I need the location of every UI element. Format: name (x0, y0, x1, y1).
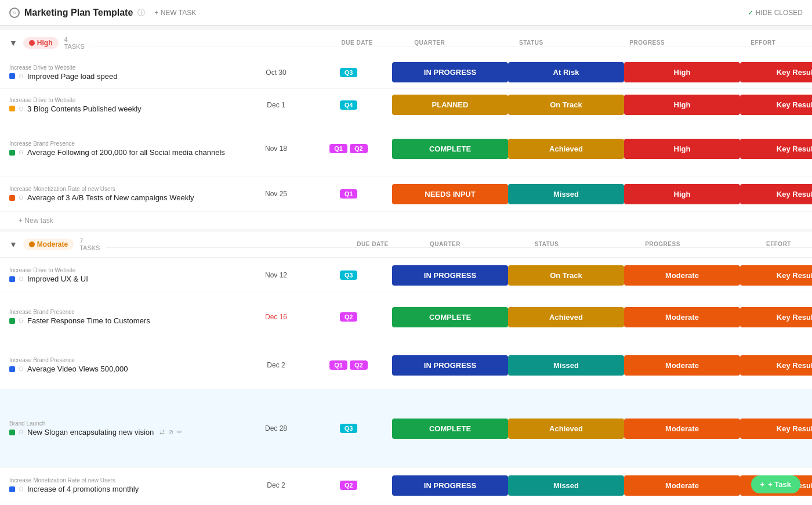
status-badge[interactable]: IN PROGRESS (392, 355, 508, 376)
quarter-cell: Q4 (305, 100, 392, 110)
quarter-tag[interactable]: Q2 (340, 481, 358, 490)
due-date: Nov 18 (247, 145, 305, 153)
task-name[interactable]: Improved Page load speed (27, 72, 117, 81)
task-category: Increase Monetization Rate of new Users (9, 477, 247, 484)
effort-cell: Moderate (624, 355, 740, 376)
progress-badge: On Track (508, 95, 624, 115)
floating-new-task[interactable]: + + Task (751, 475, 800, 493)
status-cell: IN PROGRESS (392, 475, 508, 496)
task-info: Increase Brand Presence ⚇ Faster Respons… (9, 304, 247, 330)
quarter-tag[interactable]: Q2 (340, 312, 358, 322)
task-info: Increase Brand Presence ⚇ Average Follow… (9, 136, 247, 161)
col-header-quarter: QUARTER (386, 39, 473, 46)
add-task-high[interactable]: + New task (0, 212, 812, 229)
quarter-tag[interactable]: Q4 (340, 100, 358, 110)
task-name-row: ⚇ Average of 3 A/B Tests of New campaign… (9, 193, 247, 202)
info-icon[interactable]: ⓘ (137, 8, 145, 18)
col-headers-moderate: DUE DATE QUARTER STATUS PROGRESS EFFORT … (106, 241, 812, 248)
task-name-row: ⚇ Improved Page load speed (9, 72, 247, 81)
priority-circle-moderate (29, 241, 35, 247)
link-icon: ⚇ (19, 429, 24, 435)
task-name-row: ⚇ Average Following of 200,000 for all S… (9, 148, 247, 157)
task-dot (9, 106, 15, 111)
task-name[interactable]: 3 Blog Contents Published weekly (27, 104, 142, 113)
effort-badge: Moderate (624, 419, 740, 439)
status-cell: NEEDS INPUT (392, 184, 508, 204)
task-name[interactable]: Average of 3 A/B Tests of New campaigns … (27, 193, 194, 202)
quarter-tag[interactable]: Q1 (329, 360, 347, 370)
section-toggle-moderate[interactable]: ▼ (9, 240, 17, 249)
task-type-cell: Key Results (740, 184, 812, 204)
status-badge[interactable]: IN PROGRESS (392, 475, 508, 496)
task-category: Increase Drive to Website (9, 97, 247, 103)
task-name[interactable]: Average Video Views 500,000 (27, 365, 128, 373)
effort-cell: High (624, 139, 740, 159)
status-badge[interactable]: IN PROGRESS (392, 62, 508, 82)
table-row: Increase Brand Presence ⚇ Average Follow… (0, 121, 812, 176)
priority-label-high: High (37, 39, 53, 47)
edit-icon[interactable]: ✏ (177, 428, 182, 436)
task-info: Brand Launch ⚇ New Slogan encapsulating … (9, 416, 247, 441)
quarter-tag[interactable]: Q3 (340, 68, 358, 77)
task-name[interactable]: Average Following of 200,000 for all Soc… (27, 148, 225, 157)
task-name-row: ⚇ 3 Blog Contents Published weekly (9, 104, 247, 113)
status-badge[interactable]: NEEDS INPUT (392, 184, 508, 204)
quarter-tag[interactable]: Q2 (350, 360, 368, 370)
link-icon: ⚇ (19, 318, 24, 324)
status-badge[interactable]: COMPLETE (392, 139, 508, 159)
quarter-tag[interactable]: Q2 (350, 144, 368, 153)
progress-cell: At Risk (508, 62, 624, 82)
task-type-badge: Key Results (740, 184, 812, 204)
top-bar: ○ Marketing Plan Template ⓘ + NEW TASK ✓… (0, 0, 812, 26)
col-headers-high: DUE DATE QUARTER STATUS PROGRESS EFFORT … (90, 39, 812, 46)
task-info: Increase Drive to Website ⚇ Improved UX … (9, 262, 247, 288)
effort-badge: High (624, 62, 740, 82)
task-dot (9, 430, 15, 435)
progress-cell: On Track (508, 265, 624, 286)
quarter-tag[interactable]: Q1 (340, 189, 358, 199)
task-dot (9, 366, 15, 372)
effort-badge: Moderate (624, 355, 740, 376)
progress-badge: Achieved (508, 419, 624, 439)
quarter-cell: Q3 (305, 270, 392, 280)
task-count-moderate: 7 TASKS (79, 237, 100, 251)
project-icon: ○ (9, 8, 20, 18)
priority-badge-high[interactable]: High (23, 37, 59, 49)
progress-badge: Missed (508, 184, 624, 204)
status-cell: PLANNED (392, 95, 508, 115)
col-header-status: STATUS (488, 241, 604, 247)
priority-badge-moderate[interactable]: Moderate (23, 239, 74, 250)
priority-label-moderate: Moderate (37, 240, 68, 248)
status-badge[interactable]: COMPLETE (392, 307, 508, 327)
status-badge[interactable]: COMPLETE (392, 419, 508, 439)
col-header-empty (106, 241, 343, 247)
hide-closed-button[interactable]: ✓ HIDE CLOSED (748, 9, 803, 17)
due-date: Dec 2 (247, 361, 305, 369)
col-header-due: DUE DATE (343, 241, 401, 247)
progress-cell: Achieved (508, 307, 624, 327)
quarter-tag[interactable]: Q3 (340, 424, 358, 433)
task-category: Increase Drive to Website (9, 267, 247, 273)
floating-task-button[interactable]: + + Task (751, 475, 800, 493)
task-name-row: ⚇ Average Video Views 500,000 (9, 365, 247, 373)
task-name[interactable]: Increase of 4 promotions monthly (27, 485, 139, 493)
new-task-button[interactable]: + NEW TASK (150, 7, 201, 19)
link-icon: ⚇ (19, 73, 24, 80)
status-cell: IN PROGRESS (392, 62, 508, 82)
task-name[interactable]: Faster Response Time to Customers (27, 316, 150, 325)
task-name[interactable]: New Slogan encapsulating new vision (27, 428, 154, 437)
link-icon: ⚇ (19, 194, 24, 201)
effort-cell: High (624, 184, 740, 204)
progress-cell: Missed (508, 475, 624, 496)
task-name[interactable]: Improved UX & UI (27, 275, 88, 283)
status-badge[interactable]: PLANNED (392, 95, 508, 115)
task-type-cell: Key Results (740, 62, 812, 82)
col-header-effort: EFFORT (720, 241, 812, 247)
quarter-tag[interactable]: Q3 (340, 270, 358, 280)
status-badge[interactable]: IN PROGRESS (392, 265, 508, 286)
table-row: Increase Drive to Website ⚇ Improved Pag… (0, 56, 812, 89)
col-header-progress: PROGRESS (604, 241, 720, 247)
task-info: Increase Monetization Rate of new Users … (9, 181, 247, 207)
quarter-tag[interactable]: Q1 (329, 144, 347, 153)
section-toggle-high[interactable]: ▼ (9, 38, 17, 48)
